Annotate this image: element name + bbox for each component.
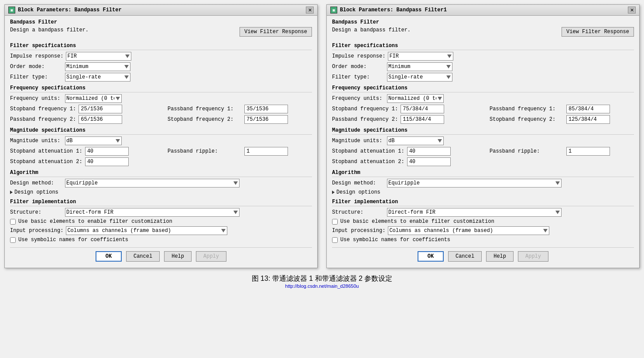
structure-label-2: Structure: — [332, 209, 384, 215]
stopband2-input-1[interactable] — [244, 115, 288, 124]
stopatten1-input-1[interactable] — [85, 147, 129, 156]
stopatten1-col-2: Stopband attenuation 1: — [332, 147, 481, 156]
mag-units-row-2: Magnitude units: dB — [332, 136, 634, 145]
stopband1-input-1[interactable] — [79, 105, 122, 113]
passband1-input-2[interactable] — [566, 105, 610, 113]
stopband2-col-2: Stopband frequency 2: — [481, 115, 634, 124]
symbolic-names-checkbox-2[interactable] — [332, 237, 338, 243]
section-filter-specs-2: Filter specifications — [332, 43, 634, 50]
mag-units-select-2[interactable]: dB — [387, 136, 444, 145]
ok-button-1[interactable]: OK — [96, 251, 122, 262]
mag-row1-1: Stopband attenuation 1: Passband ripple: — [10, 147, 312, 156]
dialog-buttons-1: OK Cancel Help Apply — [10, 247, 312, 264]
passripple-input-1[interactable] — [244, 147, 288, 156]
design-method-select-1[interactable]: Equiripple — [65, 179, 240, 188]
impulse-label-2: Impulse response: — [332, 53, 385, 59]
stopatten2-row-1: Stopband attenuation 2: — [10, 157, 312, 166]
design-options-row-1[interactable]: Design options — [10, 189, 312, 195]
apply-button-2[interactable]: Apply — [518, 251, 548, 262]
block-name-1: Bandpass Filter — [10, 19, 312, 25]
structure-select-1[interactable]: Direct-form FIR — [65, 208, 240, 217]
section-mag-specs-1: Magnitude specifications — [10, 127, 312, 135]
section-mag-specs-2: Magnitude specifications — [332, 127, 634, 135]
filter-type-select-1[interactable]: Single-rate — [65, 73, 130, 82]
titlebar-1: ▣ Block Parameters: Bandpass Filter ✕ — [5, 5, 317, 16]
design-options-label-2: Design options — [336, 189, 380, 195]
mag-units-select-1[interactable]: dB — [65, 136, 122, 145]
symbolic-names-row-2: Use symbolic names for coefficients — [332, 237, 634, 243]
stopband1-input-2[interactable] — [401, 105, 444, 113]
freq-units-select-2[interactable]: Normalized (0 to 1) — [387, 94, 444, 103]
passband2-col-2: Passband frequency 2: — [332, 115, 481, 124]
filter-type-label-2: Filter type: — [332, 74, 384, 80]
stopatten1-label-1: Stopband attenuation 1: — [10, 148, 82, 154]
stopatten2-input-1[interactable] — [85, 157, 129, 166]
basic-elements-row-1: Use basic elements to enable filter cust… — [10, 218, 312, 225]
stopband2-label-2: Stopband frequency 2: — [490, 116, 564, 123]
passband1-input-1[interactable] — [244, 105, 288, 113]
stopatten1-input-2[interactable] — [407, 147, 451, 156]
freq-units-row-2: Frequency units: Normalized (0 to 1) — [332, 94, 634, 103]
design-options-label-1: Design options — [14, 189, 58, 195]
dialog-bandpass-filter-2: ▣ Block Parameters: Bandpass Filter1 ✕ B… — [326, 4, 640, 268]
triangle-icon-2 — [332, 191, 335, 194]
design-method-label-1: Design method: — [10, 180, 62, 186]
structure-select-2[interactable]: Direct-form FIR — [387, 208, 562, 217]
stopband1-label-1: Stopband frequency 1: — [10, 106, 76, 112]
section-freq-specs-1: Frequency specifications — [10, 85, 312, 92]
stopatten2-label-1: Stopband attenuation 2: — [10, 159, 82, 165]
help-button-2[interactable]: Help — [486, 251, 514, 262]
basic-elements-checkbox-1[interactable] — [10, 219, 16, 225]
passripple-col-2: Passband ripple: — [481, 147, 634, 156]
symbolic-names-row-1: Use symbolic names for coefficients — [10, 237, 312, 243]
close-button-2[interactable]: ✕ — [628, 7, 636, 14]
caption-text: 图 13: 带通滤波器 1 和带通滤波器 2 参数设定 — [252, 274, 393, 283]
impulse-select-2[interactable]: FIR — [388, 52, 453, 61]
dialog-title-2: Block Parameters: Bandpass Filter1 — [340, 7, 447, 13]
freq-row1-2: Stopband frequency 1: Passband frequency… — [332, 105, 634, 113]
symbolic-names-checkbox-1[interactable] — [10, 237, 16, 243]
stopband1-col-1: Stopband frequency 1: — [10, 105, 159, 113]
filter-type-select-2[interactable]: Single-rate — [387, 73, 452, 82]
stopatten2-input-2[interactable] — [407, 157, 451, 166]
help-button-1[interactable]: Help — [164, 251, 192, 262]
stopband2-input-2[interactable] — [566, 115, 610, 124]
cancel-button-2[interactable]: Cancel — [448, 251, 482, 262]
cancel-button-1[interactable]: Cancel — [126, 251, 160, 262]
input-processing-select-2[interactable]: Columns as channels (frame based) — [388, 226, 549, 235]
structure-label-1: Structure: — [10, 209, 62, 215]
passband1-label-1: Passband frequency 1: — [168, 106, 242, 112]
basic-elements-checkbox-2[interactable] — [332, 219, 338, 225]
basic-elements-label-1: Use basic elements to enable filter cust… — [18, 218, 172, 225]
mag-units-row-1: Magnitude units: dB — [10, 136, 312, 145]
passripple-input-2[interactable] — [566, 147, 610, 156]
apply-button-1[interactable]: Apply — [196, 251, 226, 262]
passband2-input-1[interactable] — [79, 115, 122, 124]
design-options-row-2[interactable]: Design options — [332, 189, 634, 195]
design-method-row-2: Design method: Equiripple — [332, 179, 634, 188]
design-method-select-2[interactable]: Equiripple — [387, 179, 562, 188]
order-label-1: Order mode: — [10, 64, 62, 70]
passband2-input-2[interactable] — [401, 115, 444, 124]
ok-button-2[interactable]: OK — [418, 251, 444, 262]
close-button-1[interactable]: ✕ — [306, 7, 314, 14]
freq-units-select-1[interactable]: Normalized (0 to 1) — [65, 94, 122, 103]
order-row-1: Order mode: Minimum — [10, 62, 312, 71]
order-select-2[interactable]: Minimum — [387, 62, 452, 71]
passripple-label-1: Passband ripple: — [168, 148, 242, 154]
view-filter-btn-2[interactable]: View Filter Response — [562, 27, 634, 37]
input-processing-row-2: Input processing: Columns as channels (f… — [332, 226, 634, 235]
view-filter-btn-1[interactable]: View Filter Response — [240, 27, 312, 37]
block-desc-1: Design a bandpass filter. View Filter Re… — [10, 27, 312, 39]
impulse-select-1[interactable]: FIR — [66, 52, 131, 61]
impulse-row-1: Impulse response: FIR — [10, 52, 312, 61]
caption-url: http://blog.csdn.net/main_d28650u — [252, 283, 393, 289]
input-processing-select-1[interactable]: Columns as channels (frame based) — [66, 226, 227, 235]
section-filter-specs-1: Filter specifications — [10, 43, 312, 50]
dialog-body-1: Bandpass Filter Design a bandpass filter… — [5, 16, 317, 268]
freq-row2-2: Passband frequency 2: Stopband frequency… — [332, 115, 634, 124]
order-label-2: Order mode: — [332, 64, 384, 70]
section-algorithm-1: Algorithm — [10, 170, 312, 177]
order-select-1[interactable]: Minimum — [65, 62, 130, 71]
dialog-buttons-2: OK Cancel Help Apply — [332, 247, 634, 264]
